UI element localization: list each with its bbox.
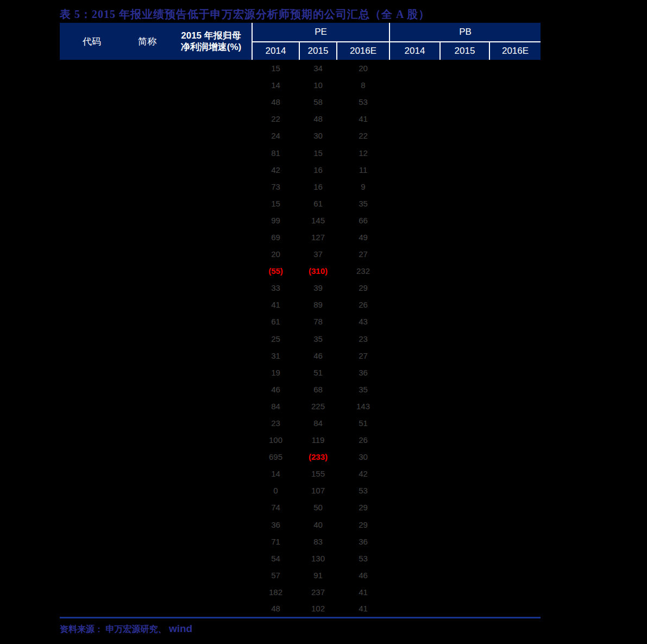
pb-2016e-cell (489, 262, 541, 279)
code-cell (60, 482, 124, 499)
pe-2016e-cell: 53 (337, 93, 390, 110)
name-cell (124, 381, 171, 398)
report-page: 表 5：2015 年报业绩预告低于申万宏源分析师预期的公司汇总（全 A 股） 代… (0, 0, 647, 644)
pe-2014-cell: 46 (252, 381, 299, 398)
pb-2015-cell (440, 465, 489, 482)
table-header: 代码 简称 2015 年报归母 净利润增速(%) PE PB 2014 2015… (60, 23, 541, 60)
pb-2015-cell (440, 313, 489, 330)
pe-2014-cell: 100 (252, 432, 299, 448)
pe-2015-cell: 225 (299, 398, 337, 415)
pb-2015-cell (440, 161, 489, 178)
pe-2014-cell: 23 (252, 415, 299, 432)
pe-2016e-cell: 11 (337, 161, 390, 178)
table-row: 18223741 (60, 584, 541, 601)
growth-cell (171, 533, 252, 550)
pb-2015-cell (440, 398, 489, 415)
growth-cell (171, 195, 252, 212)
growth-header-line1: 2015 年报归母 (171, 30, 252, 41)
code-cell (60, 178, 124, 195)
table-row: 6912749 (60, 229, 541, 246)
table-body: 1534201410848585322484124302281151242161… (60, 60, 541, 617)
pe-2015-cell: 237 (299, 584, 337, 601)
pe-2015-cell: 30 (299, 127, 337, 144)
table-row: 418926 (60, 296, 541, 313)
column-header-pe-2015: 2015 (299, 42, 337, 60)
growth-cell (171, 584, 252, 601)
table-row: 5413053 (60, 550, 541, 567)
pb-2015-cell (440, 347, 489, 364)
code-cell (60, 516, 124, 533)
code-cell (60, 77, 124, 93)
table-row: 579146 (60, 567, 541, 584)
pb-2014-cell (390, 212, 440, 229)
pb-2016e-cell (489, 212, 541, 229)
table-row: 253523 (60, 330, 541, 347)
code-cell (60, 195, 124, 212)
growth-cell (171, 465, 252, 482)
pe-2016e-cell: 36 (337, 533, 390, 550)
wind-logo-text: wind (169, 623, 192, 634)
pb-2016e-cell (489, 601, 541, 617)
pb-2014-cell (390, 448, 440, 465)
pb-2015-cell (440, 567, 489, 584)
pe-2015-cell: 40 (299, 516, 337, 533)
code-cell (60, 313, 124, 330)
pe-2016e-cell: 53 (337, 550, 390, 567)
growth-cell (171, 127, 252, 144)
code-cell (60, 448, 124, 465)
growth-cell (171, 229, 252, 246)
pb-2016e-cell (489, 178, 541, 195)
pb-2015-cell (440, 482, 489, 499)
growth-cell (171, 499, 252, 516)
pb-2016e-cell (489, 381, 541, 398)
pe-2016e-cell: 26 (337, 432, 390, 448)
performance-table: 代码 简称 2015 年报归母 净利润增速(%) PE PB 2014 2015… (60, 23, 541, 618)
pb-2016e-cell (489, 296, 541, 313)
table-row: 421611 (60, 161, 541, 178)
pe-2014-cell: 48 (252, 601, 299, 617)
table-row: 314627 (60, 347, 541, 364)
pe-2015-cell: 39 (299, 279, 337, 296)
table-row: 718336 (60, 533, 541, 550)
pb-2015-cell (440, 330, 489, 347)
name-cell (124, 229, 171, 246)
pb-2016e-cell (489, 229, 541, 246)
growth-cell (171, 60, 252, 77)
growth-cell (171, 482, 252, 499)
name-cell (124, 246, 171, 262)
pe-2014-cell: 84 (252, 398, 299, 415)
pe-2014-cell: 24 (252, 127, 299, 144)
pb-2015-cell (440, 110, 489, 127)
pb-2014-cell (390, 398, 440, 415)
code-cell (60, 533, 124, 550)
pb-2016e-cell (489, 415, 541, 432)
pe-2014-cell: 182 (252, 584, 299, 601)
code-cell (60, 262, 124, 279)
growth-cell (171, 415, 252, 432)
pe-2015-cell: 16 (299, 178, 337, 195)
table-row: 14108 (60, 77, 541, 93)
name-cell (124, 364, 171, 381)
pb-2015-cell (440, 229, 489, 246)
name-cell (124, 60, 171, 77)
column-header-name: 简称 (124, 23, 171, 60)
pe-2016e-cell: 12 (337, 144, 390, 161)
growth-cell (171, 381, 252, 398)
source-text: 申万宏源研究、 (105, 624, 166, 634)
pe-2015-cell: (233) (299, 448, 337, 465)
growth-cell (171, 296, 252, 313)
pb-2014-cell (390, 432, 440, 448)
pb-2016e-cell (489, 313, 541, 330)
name-cell (124, 110, 171, 127)
pe-2016e-cell: 46 (337, 567, 390, 584)
pe-2015-cell: 50 (299, 499, 337, 516)
pb-2014-cell (390, 77, 440, 93)
pb-2015-cell (440, 144, 489, 161)
pe-2014-cell: 42 (252, 161, 299, 178)
pe-2014-cell: 73 (252, 178, 299, 195)
pb-2016e-cell (489, 77, 541, 93)
pb-2015-cell (440, 212, 489, 229)
column-header-pb-2014: 2014 (390, 42, 440, 60)
name-cell (124, 77, 171, 93)
pe-2014-cell: 19 (252, 364, 299, 381)
